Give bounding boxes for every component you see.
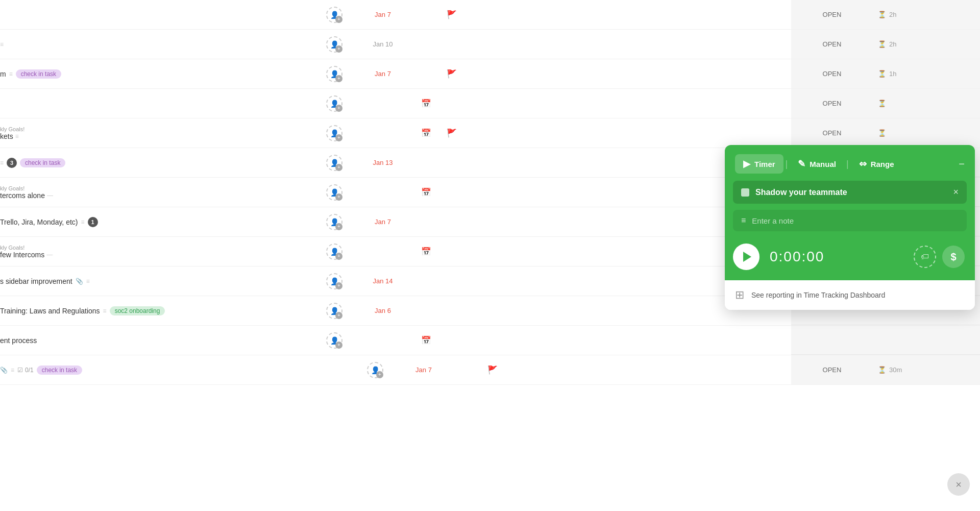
add-assignee-icon[interactable]: + bbox=[376, 371, 383, 378]
task-name-area: 📎 ≡ ☑ 0/1 check in task bbox=[0, 366, 357, 375]
close-icon: × bbox=[955, 479, 962, 491]
add-assignee-icon[interactable]: + bbox=[335, 75, 342, 82]
col-flag: 🚩 bbox=[439, 10, 464, 19]
avatar[interactable]: 👤 + bbox=[326, 7, 342, 23]
add-assignee-icon[interactable]: + bbox=[335, 45, 342, 53]
check-in-task-badge[interactable]: check in task bbox=[16, 69, 61, 79]
task-name-area: m ≡ check in task bbox=[0, 69, 316, 79]
timer-popup: ▶ Timer | ✎ Manual | ⇔ Range − Shadow yo… bbox=[725, 145, 975, 310]
col-assignee: 👤 + bbox=[316, 155, 352, 171]
timer-header: ▶ Timer | ✎ Manual | ⇔ Range − bbox=[725, 145, 975, 181]
timer-billing-button[interactable]: $ bbox=[942, 246, 965, 268]
menu-icon[interactable]: ≡ bbox=[0, 159, 4, 166]
add-assignee-icon[interactable]: + bbox=[335, 312, 342, 319]
col-assignee: 👤 + bbox=[316, 95, 352, 112]
date-value: Jan 6 bbox=[375, 307, 391, 314]
col-calendar[interactable]: 📅 bbox=[413, 187, 439, 197]
timer-tab-timer-label: Timer bbox=[754, 160, 775, 168]
menu-icon[interactable]: ≡ bbox=[81, 218, 85, 226]
menu-icon[interactable]: ≡ bbox=[103, 307, 107, 314]
close-button[interactable]: × bbox=[947, 473, 970, 496]
time-value: ⏳ bbox=[873, 118, 934, 148]
avatar[interactable]: 👤 + bbox=[326, 244, 342, 260]
task-name-area: ≡ bbox=[0, 41, 316, 48]
avatar[interactable]: 👤 + bbox=[326, 66, 342, 82]
task-name-area: Training: Laws and Regulations ≡ soc2 on… bbox=[0, 306, 316, 315]
avatar[interactable]: 👤 + bbox=[326, 36, 342, 53]
checkbox-area: ☑ 0/1 bbox=[17, 367, 34, 374]
timer-tab-manual[interactable]: ✎ Manual bbox=[790, 154, 844, 174]
avatar[interactable]: 👤 + bbox=[326, 155, 342, 171]
col-date: Jan 14 bbox=[352, 277, 413, 285]
col-date: Jan 7 bbox=[352, 70, 413, 78]
menu-icon[interactable]: ≡ bbox=[0, 41, 4, 48]
minimize-button[interactable]: − bbox=[959, 158, 965, 170]
add-assignee-icon[interactable]: + bbox=[335, 164, 342, 171]
avatar[interactable]: 👤 + bbox=[326, 125, 342, 141]
avatar[interactable]: 👤 + bbox=[326, 95, 342, 112]
col-flag: 🚩 bbox=[480, 365, 505, 375]
soc2-badge[interactable]: soc2 onboarding bbox=[110, 306, 165, 315]
menu-icon[interactable]: ≡ bbox=[11, 367, 14, 374]
col-calendar[interactable]: 📅 bbox=[413, 128, 439, 138]
task-name: tercoms alone bbox=[0, 191, 45, 200]
date-value: Jan 10 bbox=[373, 40, 393, 48]
add-assignee-icon[interactable]: + bbox=[335, 282, 342, 289]
col-assignee: 👤 + bbox=[316, 273, 352, 289]
menu-icon[interactable]: ≡ bbox=[15, 133, 19, 140]
timer-task-name: Shadow your teammate bbox=[755, 188, 947, 197]
edit-icon: ✎ bbox=[798, 158, 805, 169]
section-label: kly Goals! bbox=[0, 126, 24, 132]
task-name: s sidebar improvement bbox=[0, 277, 72, 285]
timer-play-button[interactable] bbox=[733, 244, 760, 270]
avatar[interactable]: 👤 + bbox=[326, 273, 342, 289]
close-task-button[interactable]: × bbox=[953, 187, 959, 198]
timer-note-input[interactable]: Enter a note bbox=[752, 216, 794, 225]
add-assignee-icon[interactable]: + bbox=[335, 253, 342, 260]
menu-icon[interactable]: — bbox=[46, 251, 53, 258]
col-assignee: 👤 + bbox=[316, 244, 352, 260]
timer-note-row[interactable]: ≡ Enter a note bbox=[733, 210, 967, 231]
date-value: Jan 13 bbox=[373, 159, 393, 166]
menu-icon[interactable]: ≡ bbox=[9, 70, 13, 78]
status-value: OPEN bbox=[791, 30, 873, 59]
avatar[interactable]: 👤 + bbox=[326, 303, 342, 319]
col-date: Jan 13 bbox=[352, 159, 413, 166]
add-assignee-icon[interactable]: + bbox=[335, 223, 342, 230]
time-value: ⏳ bbox=[873, 89, 934, 118]
checkbox-icon[interactable]: ☑ bbox=[17, 367, 23, 374]
time-value: ⏳ 2h bbox=[873, 30, 934, 59]
menu-icon[interactable]: — bbox=[47, 192, 53, 199]
task-square-icon bbox=[741, 188, 749, 197]
note-lines-icon: ≡ bbox=[741, 216, 746, 225]
timer-tab-manual-label: Manual bbox=[810, 160, 836, 168]
avatar[interactable]: 👤 + bbox=[326, 332, 342, 349]
menu-icon[interactable]: ≡ bbox=[86, 278, 90, 285]
check-in-task-badge[interactable]: check in task bbox=[37, 366, 82, 375]
table-row: ≡ 👤 + Jan 10 OPEN ⏳ 2h bbox=[0, 30, 980, 59]
timer-tab-timer[interactable]: ▶ Timer bbox=[735, 154, 783, 174]
add-assignee-icon[interactable]: + bbox=[335, 16, 342, 23]
add-assignee-icon[interactable]: + bbox=[335, 105, 342, 112]
range-icon: ⇔ bbox=[859, 158, 867, 169]
col-calendar[interactable]: 📅 bbox=[413, 247, 439, 256]
add-assignee-icon[interactable]: + bbox=[335, 134, 342, 141]
check-in-task-badge[interactable]: check in task bbox=[20, 158, 65, 167]
timer-tab-range[interactable]: ⇔ Range bbox=[851, 154, 902, 174]
timer-tag-button[interactable]: 🏷 bbox=[914, 246, 936, 268]
tab-divider2: | bbox=[846, 159, 849, 169]
avatar[interactable]: 👤 + bbox=[326, 184, 342, 201]
col-date: Jan 7 bbox=[352, 11, 413, 18]
avatar[interactable]: 👤 + bbox=[326, 214, 342, 230]
time-value: ⏳ 1h bbox=[873, 59, 934, 88]
paperclip-icon: 📎 bbox=[76, 278, 83, 285]
timer-footer[interactable]: ⊞ See reporting in Time Tracking Dashboa… bbox=[725, 280, 975, 310]
task-name-area: ≡ 3 check in task bbox=[0, 158, 316, 168]
timer-footer-text: See reporting in Time Tracking Dashboard bbox=[751, 291, 885, 299]
avatar[interactable]: 👤 + bbox=[367, 362, 383, 378]
add-assignee-icon[interactable]: + bbox=[335, 342, 342, 349]
col-calendar[interactable]: 📅 bbox=[413, 99, 439, 108]
hourglass-icon: ⏳ bbox=[878, 129, 886, 137]
col-calendar[interactable]: 📅 bbox=[413, 335, 439, 345]
add-assignee-icon[interactable]: + bbox=[335, 193, 342, 201]
